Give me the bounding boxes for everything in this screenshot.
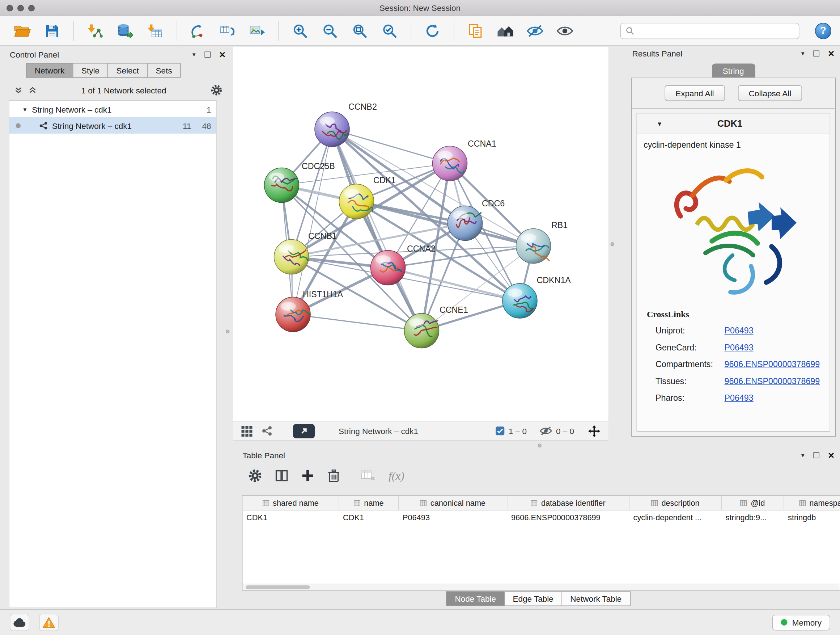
zoom-window-button[interactable] — [28, 5, 35, 11]
network-node-cdc25b[interactable]: CDC25B — [264, 162, 335, 203]
panel-close-icon[interactable]: ✕ — [219, 50, 226, 59]
node-gloss-highlight — [508, 288, 523, 297]
collapse-all-button[interactable]: Collapse All — [738, 86, 802, 101]
crosslink-link[interactable]: P06493 — [725, 343, 753, 353]
table-cell[interactable]: stringdb:9... — [722, 510, 784, 525]
network-options-gear-icon[interactable] — [210, 84, 223, 96]
clone-network-button[interactable] — [216, 19, 239, 42]
open-in-new-window-button[interactable] — [293, 424, 315, 438]
share-view-icon[interactable] — [262, 426, 272, 436]
search-input[interactable] — [638, 27, 794, 35]
network-node-ccna1[interactable]: CCNA1 — [433, 139, 496, 181]
horizontal-scrollbar-thumb[interactable] — [246, 585, 310, 589]
birds-eye-view-icon[interactable] — [241, 425, 253, 437]
network-view[interactable]: CCNB2CCNA1CDC25BCDK1CDC6RB1CCNB1CCNA2CDK… — [233, 47, 608, 421]
help-button[interactable]: ? — [815, 22, 831, 39]
new-network-from-selection-button[interactable] — [186, 19, 209, 42]
zoom-selected-button[interactable] — [378, 19, 401, 42]
crosslink-link[interactable]: 9606.ENSP00000378699 — [725, 377, 820, 386]
tab-network[interactable]: Network — [26, 63, 73, 78]
tab-select[interactable]: Select — [108, 63, 147, 78]
column-type-icon — [651, 500, 658, 506]
horizontal-scrollbar[interactable] — [243, 584, 840, 591]
collapse-caret-icon[interactable]: ▼ — [657, 120, 662, 127]
tab-node-table[interactable]: Node Table — [447, 592, 505, 606]
network-node-ccne1[interactable]: CCNE1 — [404, 305, 468, 348]
column-header-description[interactable]: description — [630, 496, 722, 510]
save-session-button[interactable] — [41, 19, 64, 42]
column-header-database-identifier[interactable]: database identifier — [508, 496, 630, 510]
open-session-button[interactable] — [11, 19, 34, 42]
copy-style-button[interactable] — [464, 19, 487, 42]
network-node-rb1[interactable]: RB1 — [516, 220, 568, 264]
network-canvas[interactable]: CCNB2CCNA1CDC25BCDK1CDC6RB1CCNB1CCNA2CDK… — [233, 47, 608, 421]
splitter-handle[interactable] — [611, 242, 615, 246]
table-row[interactable]: CDK1CDK1P064939606.ENSP00000378699cyclin… — [243, 510, 840, 525]
column-header-shared-name[interactable]: shared name — [243, 496, 339, 510]
network-node-hist1h1a[interactable]: HIST1H1A — [276, 290, 343, 332]
network-collection-row[interactable]: ▼ String Network – cdk1 1 — [9, 101, 217, 117]
search-box[interactable] — [621, 22, 799, 39]
collapse-all-icon[interactable] — [14, 87, 23, 94]
panel-close-icon[interactable]: ✕ — [828, 451, 835, 459]
table-cell[interactable]: CDK1 — [339, 510, 399, 525]
panel-menu-icon[interactable]: ▼ — [800, 452, 806, 458]
splitter-handle[interactable] — [226, 330, 230, 334]
show-columns-icon[interactable] — [275, 469, 288, 482]
zoom-fit-button[interactable] — [348, 19, 371, 42]
table-cell[interactable]: cyclin-dependent ... — [630, 510, 722, 525]
selected-nodes-checkbox-icon[interactable] — [496, 426, 505, 436]
minimize-window-button[interactable] — [17, 5, 24, 11]
tab-string[interactable]: String — [712, 64, 755, 78]
zoom-in-button[interactable] — [289, 19, 311, 42]
table-cell[interactable]: CDK1 — [243, 510, 339, 525]
panel-menu-icon[interactable]: ▼ — [800, 50, 806, 57]
tab-style[interactable]: Style — [73, 63, 108, 78]
table-cell[interactable]: P06493 — [399, 510, 508, 525]
hidden-eye-slash-icon[interactable] — [539, 426, 552, 436]
tab-network-table[interactable]: Network Table — [561, 592, 630, 606]
cloud-status-button[interactable] — [10, 614, 29, 631]
column-header-name[interactable]: name — [339, 496, 399, 510]
import-network-from-database-button[interactable] — [114, 19, 136, 42]
panel-float-icon[interactable] — [813, 452, 820, 458]
delete-column-trash-icon[interactable] — [327, 469, 340, 483]
export-image-button[interactable] — [246, 19, 269, 42]
function-builder-icon[interactable]: f(x) — [388, 469, 404, 483]
column-header-canonical-name[interactable]: canonical name — [399, 496, 508, 510]
network-row-selected[interactable]: String Network – cdk1 11 48 — [9, 117, 217, 134]
tab-edge-table[interactable]: Edge Table — [504, 592, 562, 606]
first-neighbors-button[interactable] — [494, 19, 516, 42]
column-header-namespace[interactable]: namespace — [784, 496, 840, 510]
panel-menu-icon[interactable]: ▼ — [191, 51, 197, 57]
table-options-gear-icon[interactable] — [248, 469, 262, 483]
network-node-cdkn1a[interactable]: CDKN1A — [502, 276, 571, 318]
panel-float-icon[interactable] — [813, 50, 820, 57]
tree-caret-icon[interactable]: ▼ — [22, 106, 28, 112]
apply-layout-button[interactable] — [421, 19, 444, 42]
show-all-button[interactable] — [554, 19, 576, 42]
zoom-out-button[interactable] — [319, 19, 341, 42]
column-header--id[interactable]: @id — [722, 496, 784, 510]
crosslink-link[interactable]: P06493 — [725, 326, 753, 336]
panel-float-icon[interactable] — [205, 51, 211, 57]
hide-selected-button[interactable] — [524, 19, 546, 42]
close-window-button[interactable] — [6, 5, 13, 11]
tab-sets[interactable]: Sets — [147, 63, 181, 78]
pan-crosshair-icon[interactable] — [588, 424, 601, 437]
memory-button[interactable]: Memory — [772, 615, 830, 631]
crosslink-link[interactable]: P06493 — [725, 393, 753, 403]
import-network-from-file-button[interactable] — [84, 19, 106, 42]
protein-card-header[interactable]: ▼ CDK1 — [637, 114, 830, 134]
table-cell[interactable]: 9606.ENSP00000378699 — [508, 510, 630, 525]
panel-close-icon[interactable]: ✕ — [828, 49, 835, 57]
expand-all-button[interactable]: Expand All — [665, 86, 725, 101]
network-node-cdk1[interactable]: CDK1 — [339, 176, 396, 219]
expand-all-icon[interactable] — [28, 87, 37, 94]
add-column-plus-icon[interactable] — [302, 469, 314, 482]
warnings-button[interactable] — [39, 614, 58, 631]
crosslink-link[interactable]: 9606.ENSP00000378699 — [725, 359, 820, 369]
import-table-from-file-button[interactable] — [143, 19, 166, 42]
splitter-handle[interactable] — [538, 444, 542, 448]
table-cell[interactable]: stringdb — [784, 510, 840, 525]
